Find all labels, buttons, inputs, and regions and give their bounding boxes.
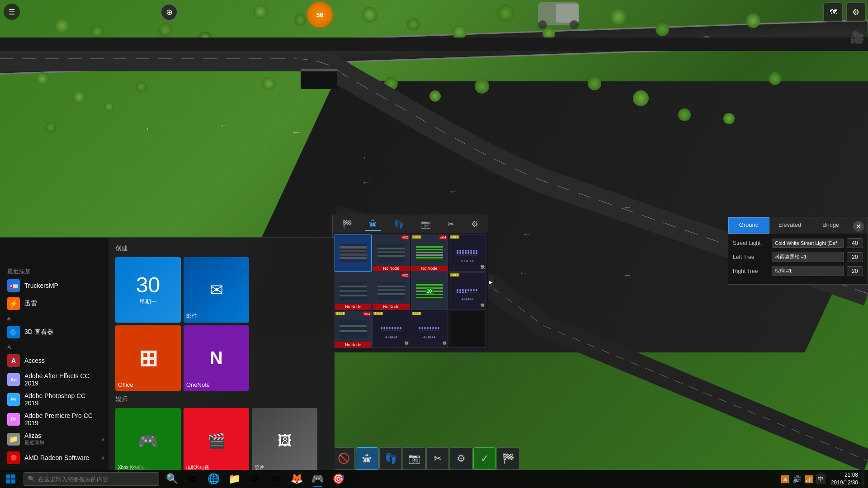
tree-3 bbox=[36, 72, 49, 85]
tile-office[interactable]: ⊞ Office bbox=[115, 325, 181, 391]
road-cell-3[interactable]: #04 3 in 1 No Node bbox=[411, 235, 448, 272]
road-cell-9[interactable]: #03 2 in 1 No Node bbox=[335, 311, 372, 348]
tree-12 bbox=[45, 122, 56, 133]
road-tab-ground[interactable]: Ground bbox=[728, 217, 769, 234]
camera-btn[interactable]: 🎥 bbox=[850, 31, 864, 45]
road-btn-photo[interactable]: 📷 bbox=[403, 447, 425, 470]
road-cell-4[interactable]: 8+20+4 3 in 1 獣 bbox=[449, 235, 486, 272]
svg-rect-29 bbox=[416, 254, 443, 256]
svg-rect-51 bbox=[11, 479, 15, 483]
taskbar-game1[interactable]: 🎮 bbox=[307, 470, 327, 488]
tile-mail[interactable]: ✉ 邮件 bbox=[184, 257, 249, 323]
tray-datetime[interactable]: 21:08 2019/12/30 bbox=[831, 471, 858, 487]
taskbar-search-bar[interactable]: 🔍 bbox=[24, 472, 159, 486]
tray-expand-icon[interactable]: 🔼 bbox=[781, 475, 790, 483]
road-selector-btn-flag[interactable]: 🏁 bbox=[339, 217, 356, 231]
game2-icon: 🎯 bbox=[332, 473, 344, 485]
tile-xbox[interactable]: 🎮 Xbox 控制台... bbox=[115, 408, 181, 472]
menu-item-thunder[interactable]: ⚡ 迅雷 bbox=[0, 295, 108, 313]
road-btn-walk[interactable]: 👣 bbox=[379, 447, 402, 470]
road-btn-road[interactable]: 🛣 bbox=[356, 447, 378, 470]
section-recently-added: 最近添加 bbox=[0, 265, 108, 277]
left-tree-value[interactable]: 科西嘉黑松 #1 bbox=[772, 252, 844, 262]
road-btn-check[interactable]: ✓ bbox=[473, 447, 496, 470]
game-menu-icon[interactable]: ☰ bbox=[4, 4, 20, 20]
road-selector-btn-camera[interactable]: 📷 bbox=[417, 217, 434, 231]
road-cell-5[interactable]: No Node bbox=[335, 272, 372, 310]
menu-item-amd[interactable]: 🔴 AMD Radeon Software ∨ bbox=[0, 449, 108, 467]
start-menu: ☰ 最近添加 🚛 TruckersMP ⚡ 迅雷 # 🔷 3D 查看器 bbox=[0, 237, 335, 472]
tray-volume-icon[interactable]: 🔊 bbox=[793, 475, 802, 483]
photos-icon: 🖼 bbox=[278, 432, 292, 449]
road-cell-12[interactable] bbox=[449, 311, 486, 348]
compass-icon[interactable]: ⊕ bbox=[160, 4, 178, 21]
cell-11-beast: 獣 bbox=[443, 341, 447, 347]
tree-rhs-2 bbox=[407, 18, 420, 31]
menu-item-truckersmp[interactable]: 🚛 TruckersMP bbox=[0, 277, 108, 295]
tree-7 bbox=[72, 90, 86, 104]
svg-rect-19 bbox=[340, 253, 367, 256]
road-cell-10[interactable]: 4+16+4 2 in 1 獣 bbox=[373, 311, 410, 348]
taskbar-game2[interactable]: 🎯 bbox=[328, 470, 348, 488]
road-horizontal-top bbox=[0, 19, 868, 75]
road-cell-7[interactable]: 10 bbox=[411, 272, 448, 310]
menu-item-access[interactable]: A Access bbox=[0, 352, 108, 370]
svg-text:←: ← bbox=[219, 120, 229, 131]
road-cell-2[interactable]: #02 No Node bbox=[373, 235, 410, 272]
road-cell-1[interactable] bbox=[335, 235, 372, 272]
tile-calendar[interactable]: 30 星期一 bbox=[115, 257, 181, 323]
store-taskbar-icon: 🛍 bbox=[250, 473, 260, 485]
road-tab-bridge[interactable]: Bridge bbox=[810, 217, 851, 234]
road-cell-8[interactable]: 4+24+4 3 in 1 獣 bbox=[449, 272, 486, 310]
menu-item-3dviewer[interactable]: 🔷 3D 查看器 bbox=[0, 323, 108, 341]
game1-icon: 🎮 bbox=[311, 473, 324, 485]
taskbar-firefox[interactable]: 🦊 bbox=[287, 470, 307, 488]
tree-rhs-1 bbox=[362, 7, 377, 23]
taskbar-edge[interactable]: 🌐 bbox=[203, 470, 223, 488]
svg-rect-46 bbox=[340, 325, 367, 327]
svg-rect-23 bbox=[377, 251, 405, 253]
settings-btn[interactable]: ⚙ bbox=[846, 2, 866, 22]
tile-photos[interactable]: 🖼 照片 bbox=[252, 408, 317, 472]
tile-row-entertainment: 🎮 Xbox 控制台... 🎬 电影和电视 🖼 照片 bbox=[115, 408, 328, 472]
tree-rhs-8 bbox=[475, 79, 489, 94]
road-btn-cancel[interactable]: 🏁 bbox=[497, 447, 519, 470]
road-btn-stop[interactable]: 🚫 bbox=[332, 447, 355, 470]
taskbar-store[interactable]: 🛍 bbox=[245, 470, 265, 488]
road-cell-11[interactable]: 4+16+4 2 in 1 獣 bbox=[411, 311, 448, 348]
road-btn-settings[interactable]: ⚙ bbox=[450, 447, 472, 470]
menu-item-aftereffects[interactable]: Ae Adobe After Effects CC 2019 bbox=[0, 370, 108, 389]
right-tree-value[interactable]: 棕榈 #1 bbox=[772, 266, 844, 276]
show-desktop-btn[interactable] bbox=[862, 470, 864, 488]
tree-rhs-3 bbox=[452, 25, 467, 39]
taskbar-cortana[interactable]: 🔍 bbox=[162, 470, 182, 488]
tray-lang-icon[interactable]: 中 bbox=[816, 474, 826, 484]
road-panel-close-btn[interactable]: ✕ bbox=[853, 221, 864, 232]
tree-far-9 bbox=[723, 113, 735, 124]
taskbar-mail[interactable]: ✉ bbox=[266, 470, 286, 488]
road-tab-elevated[interactable]: Elevated bbox=[769, 217, 811, 234]
road-expand-btn[interactable]: ▶ bbox=[488, 276, 494, 289]
cell-6-badge: #02 bbox=[401, 273, 409, 277]
road-selector-btn-settings[interactable]: ⚙ bbox=[467, 217, 482, 231]
tray-date: 2019/12/30 bbox=[831, 479, 858, 487]
minimap-btn[interactable]: 🗺 bbox=[823, 2, 843, 22]
search-input[interactable] bbox=[38, 476, 146, 483]
road-selector-btn-road[interactable]: 🛣 bbox=[365, 217, 381, 231]
road-selector-btn-walk[interactable]: 👣 bbox=[390, 217, 407, 231]
svg-rect-11 bbox=[301, 69, 337, 71]
road-selector-btn-scissors[interactable]: ✂ bbox=[444, 217, 458, 231]
menu-item-photoshop[interactable]: Ps Adobe Photoshop CC 2019 bbox=[0, 389, 108, 409]
taskbar-task-view[interactable]: ⧉ bbox=[183, 470, 203, 488]
tray-network-icon[interactable]: 📶 bbox=[804, 475, 813, 483]
menu-item-premiere[interactable]: Pr Adobe Premiere Pro CC 2019 bbox=[0, 409, 108, 429]
tile-onenote[interactable]: N OneNote bbox=[184, 325, 249, 391]
start-button[interactable] bbox=[0, 470, 22, 488]
street-light-value[interactable]: Cold White Street Light (Def bbox=[772, 239, 844, 248]
system-tray: 🔼 🔊 📶 中 21:08 2019/12/30 bbox=[781, 470, 868, 488]
tile-movies[interactable]: 🎬 电影和电视 bbox=[184, 408, 249, 472]
road-btn-cut[interactable]: ✂ bbox=[426, 447, 449, 470]
menu-item-alizas[interactable]: 📁 Alizas 最近添加 ∨ bbox=[0, 429, 108, 449]
taskbar-explorer[interactable]: 📁 bbox=[224, 470, 244, 488]
road-cell-6[interactable]: #02 No Node bbox=[373, 272, 410, 310]
